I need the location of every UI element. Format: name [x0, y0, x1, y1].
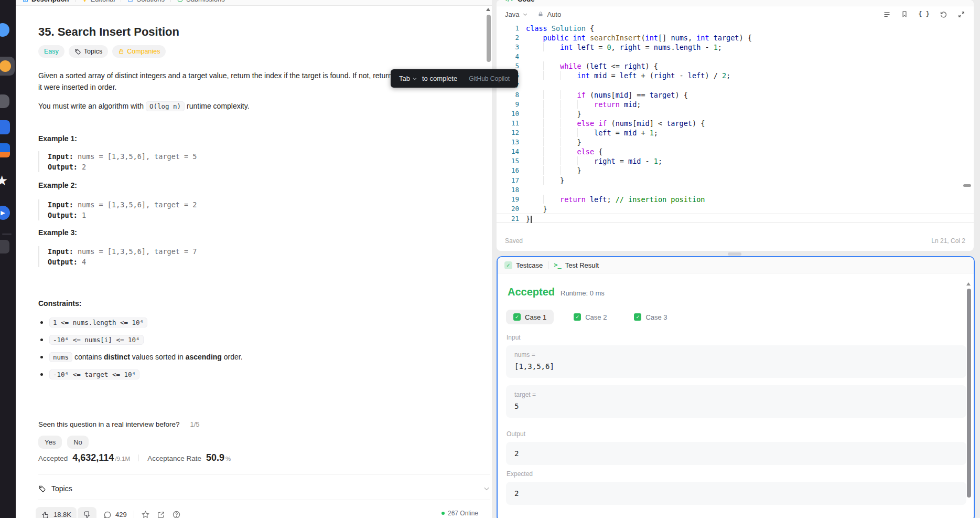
topics-badge[interactable]: Topics — [69, 45, 108, 58]
expected-label: Expected — [507, 470, 533, 478]
test-input-field[interactable]: target =5 — [506, 385, 966, 418]
app-icon-white-star[interactable]: ★ — [0, 174, 8, 187]
app-icon-blue[interactable] — [0, 23, 9, 37]
thumbs-up-icon — [41, 511, 49, 518]
tab-key-hint: Tab — [399, 75, 410, 82]
bookmark-icon[interactable] — [901, 10, 908, 18]
tab-testcase[interactable]: ✓ Testcase — [504, 261, 543, 269]
test-input-field[interactable]: nums =[1,3,5,6] — [506, 345, 966, 378]
help-icon[interactable] — [172, 510, 181, 518]
acceptance-rate-unit: % — [225, 456, 231, 462]
field-value: [1,3,5,6] — [514, 362, 958, 371]
test-panel-scrollbar[interactable] — [967, 289, 971, 498]
code-line[interactable]: 3int left = 0, right = nums.length - 1; — [497, 43, 974, 52]
chevron-down-icon — [522, 12, 528, 17]
survey-progress: 1/5 — [190, 420, 199, 428]
badge-row: Easy Topics Companies — [38, 45, 166, 58]
comments-button[interactable]: 429 — [103, 511, 127, 518]
code-line[interactable]: 18 — [497, 185, 974, 195]
tab-test-result[interactable]: >_ Test Result — [554, 261, 599, 269]
auto-save-indicator[interactable]: Auto — [537, 10, 561, 18]
case-tab-case-2[interactable]: ✓Case 2 — [566, 310, 614, 324]
editor-scrollbar[interactable] — [963, 184, 971, 187]
case-tab-case-3[interactable]: ✓Case 3 — [627, 310, 674, 324]
thumbs-down-icon — [83, 511, 91, 518]
app-icon-dark-square[interactable] — [0, 240, 9, 253]
panel-resize-handle[interactable] — [728, 252, 741, 256]
code-line[interactable]: 2public int searchInsert(int[] nums, int… — [497, 33, 974, 43]
like-count: 18.8K — [53, 511, 71, 518]
app-icon-blue-orange[interactable] — [0, 143, 10, 157]
topics-accordion[interactable]: Topics — [38, 480, 490, 497]
complexity-note: You must write an algorithm with O(log n… — [38, 102, 250, 110]
test-result-panel: ✓ Testcase >_ Test Result Accepted Runti… — [497, 256, 975, 518]
code-line[interactable]: 14else { — [497, 147, 974, 156]
code-line[interactable]: 10} — [497, 109, 974, 119]
app-icon-active-orange[interactable] — [0, 57, 15, 76]
constraints-title: Constraints: — [38, 299, 81, 308]
tab-description[interactable]: Description — [22, 0, 69, 3]
code-line[interactable]: 19return left; // insertion position — [497, 195, 974, 204]
share-icon[interactable] — [157, 511, 165, 518]
tab-submissions[interactable]: Submissions — [177, 0, 225, 3]
code-line[interactable]: 12left = mid + 1; — [497, 128, 974, 138]
code-line[interactable]: 6int mid = left + (right - left) / 2; — [497, 71, 974, 80]
survey-no-button[interactable]: No — [67, 436, 89, 449]
format-lines-icon[interactable] — [883, 10, 891, 18]
expand-icon[interactable] — [957, 10, 965, 18]
braces-icon[interactable]: { } — [918, 10, 930, 18]
solutions-icon — [127, 0, 134, 3]
code-editor[interactable]: 1class Solution {2public int searchInser… — [497, 24, 974, 223]
difficulty-badge[interactable]: Easy — [38, 45, 64, 58]
companies-badge[interactable]: Companies — [112, 45, 166, 58]
scroll-up-arrow[interactable] — [966, 282, 971, 286]
acceptance-rate-label: Acceptance Rate — [147, 454, 201, 462]
field-value: 5 — [514, 402, 958, 410]
app-icon-gray[interactable] — [0, 94, 9, 108]
case-tab-case-1[interactable]: ✓Case 1 — [506, 310, 554, 324]
example-block: Input: nums = [1,3,5,6], target = 2Outpu… — [38, 199, 197, 220]
field-label: target = — [514, 391, 958, 398]
code-line[interactable]: 13} — [497, 138, 974, 147]
favorite-star-icon[interactable] — [141, 510, 150, 518]
language-selector[interactable]: Java — [505, 10, 528, 18]
output-value[interactable]: 2 — [506, 442, 966, 465]
check-square-icon: ✓ — [513, 313, 521, 321]
expected-value[interactable]: 2 — [506, 482, 966, 505]
code-line[interactable]: 7 — [497, 81, 974, 90]
problem-footer: 18.8K 429 — [36, 507, 181, 518]
code-line[interactable]: 21} — [497, 214, 974, 223]
code-line[interactable]: 8if (nums[mid] == target) { — [497, 90, 974, 100]
comment-icon — [103, 511, 112, 518]
field-label: nums = — [514, 351, 958, 358]
like-button[interactable]: 18.8K — [36, 507, 77, 518]
code-line[interactable]: 15right = mid - 1; — [497, 156, 974, 166]
editorial-icon — [81, 0, 88, 3]
verdict-accepted: Accepted — [508, 286, 555, 298]
dislike-button[interactable] — [78, 507, 96, 518]
example-block: Input: nums = [1,3,5,6], target = 5Outpu… — [38, 151, 197, 172]
check-square-icon: ✓ — [574, 313, 581, 321]
accepted-count: 4,632,114 — [72, 452, 114, 463]
app-icon-blue-arrow[interactable]: ▶ — [0, 206, 10, 220]
scroll-up-arrow[interactable] — [486, 8, 490, 11]
code-line[interactable]: 11else if (nums[mid] < target) { — [497, 119, 974, 128]
problem-title: 35. Search Insert Position — [38, 25, 179, 39]
reset-code-icon[interactable] — [940, 10, 947, 18]
code-line[interactable]: 5while (left <= right) { — [497, 61, 974, 71]
problem-panel-scrollbar[interactable] — [487, 15, 491, 62]
app-icon-blue-square[interactable] — [0, 120, 10, 134]
code-tab-label[interactable]: Code — [518, 0, 535, 3]
code-line[interactable]: 1class Solution { — [497, 24, 974, 33]
acceptance-rate-value: 50.9 — [206, 452, 224, 463]
check-square-icon: ✓ — [634, 313, 641, 321]
code-line[interactable]: 9return mid; — [497, 100, 974, 109]
tab-solutions[interactable]: Solutions — [127, 0, 164, 3]
code-line[interactable]: 16} — [497, 166, 974, 175]
code-line[interactable]: 4 — [497, 52, 974, 61]
tab-separator — [75, 0, 76, 2]
survey-yes-button[interactable]: Yes — [38, 436, 62, 449]
tab-editorial[interactable]: Editorial — [81, 0, 115, 3]
code-line[interactable]: 20} — [497, 204, 974, 214]
code-line[interactable]: 17} — [497, 176, 974, 185]
